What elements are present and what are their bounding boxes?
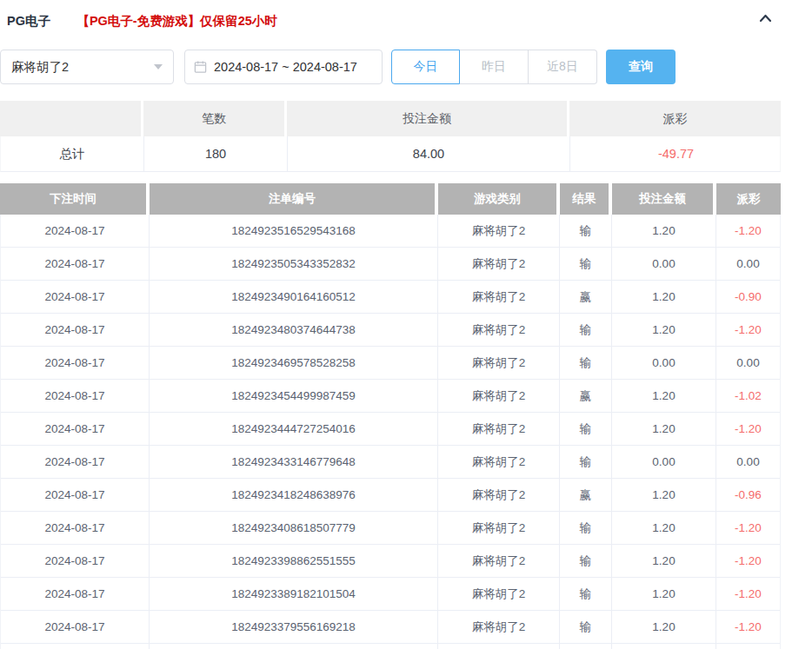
records-body: 2024-08-171824923516529543168麻将胡了2输1.20-… (0, 215, 781, 644)
cell-result: 输 (560, 215, 612, 247)
summary-total-label: 总计 (1, 136, 144, 171)
today-button[interactable]: 今日 (391, 50, 460, 84)
cell-date: 2024-08-17 (1, 413, 150, 445)
cell-game: 麻将胡了2 (438, 248, 560, 280)
records-col-game: 游戏类别 (438, 183, 560, 215)
table-row: 2024-08-171824923490164160512麻将胡了2赢1.20-… (1, 281, 780, 314)
cell-bet-id: 1824923418248638976 (150, 479, 438, 511)
collapse-button[interactable] (756, 11, 774, 29)
cell-game: 麻将胡了2 (438, 281, 560, 313)
cell-result: 输 (560, 611, 612, 643)
cell-date: 2024-08-17 (1, 611, 150, 643)
cell-bet-id: 1824923408618507779 (150, 512, 438, 544)
cell-bet-id: 1824923480374644738 (150, 314, 438, 346)
summary-table: 笔数 投注金额 派彩 总计 180 84.00 -49.77 (0, 101, 781, 172)
cell-bet-id: 1824923389182101504 (150, 578, 438, 610)
cell-result: 赢 (560, 479, 612, 511)
summary-col-count: 笔数 (143, 101, 287, 136)
table-row: 2024-08-171824923480374644738麻将胡了2输1.20-… (1, 314, 780, 347)
cell-payout: 0.00 (716, 248, 780, 280)
cell-bet-amount: 1.20 (612, 281, 716, 313)
table-row: 2024-08-171824923398862551555麻将胡了2输1.20-… (1, 545, 780, 578)
summary-total-row: 总计 180 84.00 -49.77 (0, 136, 781, 172)
table-row: 2024-08-171824923433146779648麻将胡了2输0.000… (1, 446, 780, 479)
cell-result: 输 (560, 413, 612, 445)
last-8-days-button[interactable]: 近8日 (529, 50, 597, 84)
cell-bet-amount: 0.00 (612, 347, 716, 379)
cell-result: 输 (560, 347, 612, 379)
cell-game: 麻将胡了2 (438, 215, 560, 247)
cell-payout: -1.20 (716, 611, 780, 643)
cell-result: 输 (560, 314, 612, 346)
yesterday-button[interactable]: 昨日 (460, 50, 529, 84)
cell-game: 麻将胡了2 (438, 578, 560, 610)
table-row: 2024-08-171824923379556169218麻将胡了2输1.20-… (1, 611, 780, 644)
pg-report-panel: PG电子 【PG电子-免费游戏】仅保留25小时 麻将胡了2 2024-08-17… (0, 0, 812, 649)
table-row: 2024-08-171824923389182101504麻将胡了2输1.20-… (1, 578, 780, 611)
cell-date: 2024-08-17 (1, 347, 150, 379)
records-col-date: 下注时间 (0, 183, 150, 215)
cell-game: 麻将胡了2 (438, 479, 560, 511)
cell-date: 2024-08-17 (1, 248, 150, 280)
page-title: PG电子 (7, 14, 50, 28)
game-select-value: 麻将胡了2 (11, 59, 69, 76)
cell-game: 麻将胡了2 (438, 545, 560, 577)
quick-date-group: 今日 昨日 近8日 (391, 50, 597, 84)
cell-bet-id: 1824923444727254016 (150, 413, 438, 445)
summary-total-bet-amount: 84.00 (288, 136, 570, 171)
cell-bet-amount: 1.20 (612, 611, 716, 643)
summary-total-payout: -49.77 (570, 136, 782, 171)
cell-bet-id: 1824923379556169218 (150, 611, 438, 643)
cell-game: 麻将胡了2 (438, 314, 560, 346)
cell-bet-amount: 0.00 (612, 446, 716, 478)
chevron-down-icon (154, 64, 163, 70)
table-row: 2024-08-171824923516529543168麻将胡了2输1.20-… (1, 215, 780, 248)
cell-bet-id: 1824923454499987459 (150, 380, 438, 412)
calendar-icon (194, 60, 207, 74)
game-select[interactable]: 麻将胡了2 (0, 50, 174, 84)
cell-date: 2024-08-17 (1, 446, 150, 478)
summary-total-count: 180 (144, 136, 288, 171)
table-row: 2024-08-171824923444727254016麻将胡了2输1.20-… (1, 413, 780, 446)
cell-result: 赢 (560, 380, 612, 412)
cell-payout: -1.20 (716, 545, 780, 577)
cell-result: 输 (560, 578, 612, 610)
table-row: 2024-08-171824923408618507779麻将胡了2输1.20-… (1, 512, 780, 545)
records-table: 下注时间 注单编号 游戏类别 结果 投注金额 派彩 2024-08-171824… (0, 183, 781, 649)
cell-payout: -1.20 (716, 512, 780, 544)
cell-game: 麻将胡了2 (438, 446, 560, 478)
cell-payout: 0.00 (716, 446, 780, 478)
cell-bet-amount: 1.20 (612, 380, 716, 412)
cell-result: 输 (560, 446, 612, 478)
cell-bet-amount: 1.20 (612, 545, 716, 577)
table-row: 2024-08-171824923418248638976麻将胡了2赢1.20-… (1, 479, 780, 512)
panel-header: PG电子 【PG电子-免费游戏】仅保留25小时 (0, 0, 812, 36)
cell-payout: -1.20 (716, 413, 780, 445)
filter-bar: 麻将胡了2 2024-08-17 ~ 2024-08-17 今日 昨日 近8日 … (0, 50, 812, 84)
cell-result: 输 (560, 545, 612, 577)
cell-date: 2024-08-17 (1, 479, 150, 511)
cell-bet-amount: 1.20 (612, 578, 716, 610)
cell-payout: 0.00 (716, 347, 780, 379)
cell-game: 麻将胡了2 (438, 380, 560, 412)
summary-col-bet-amount: 投注金额 (287, 101, 569, 136)
query-button[interactable]: 查询 (606, 50, 676, 84)
records-col-payout: 派彩 (716, 183, 781, 215)
notice-text: 【PG电子-免费游戏】仅保留25小时 (77, 14, 276, 28)
cell-payout: -1.02 (716, 380, 780, 412)
date-range-input[interactable]: 2024-08-17 ~ 2024-08-17 (184, 50, 383, 84)
cell-bet-amount: 1.20 (612, 413, 716, 445)
cell-result: 输 (560, 248, 612, 280)
cell-bet-amount: 1.20 (612, 479, 716, 511)
cell-result: 赢 (560, 281, 612, 313)
cell-bet-id: 1824923398862551555 (150, 545, 438, 577)
cell-game: 麻将胡了2 (438, 413, 560, 445)
records-header-row: 下注时间 注单编号 游戏类别 结果 投注金额 派彩 (0, 183, 781, 215)
cell-bet-id: 1824923505343352832 (150, 248, 438, 280)
cell-date: 2024-08-17 (1, 314, 150, 346)
table-row: 2024-08-171824923469578528258麻将胡了2输0.000… (1, 347, 780, 380)
cell-bet-amount: 1.20 (612, 512, 716, 544)
cell-bet-amount: 1.20 (612, 314, 716, 346)
cell-date: 2024-08-17 (1, 545, 150, 577)
cell-game: 麻将胡了2 (438, 512, 560, 544)
